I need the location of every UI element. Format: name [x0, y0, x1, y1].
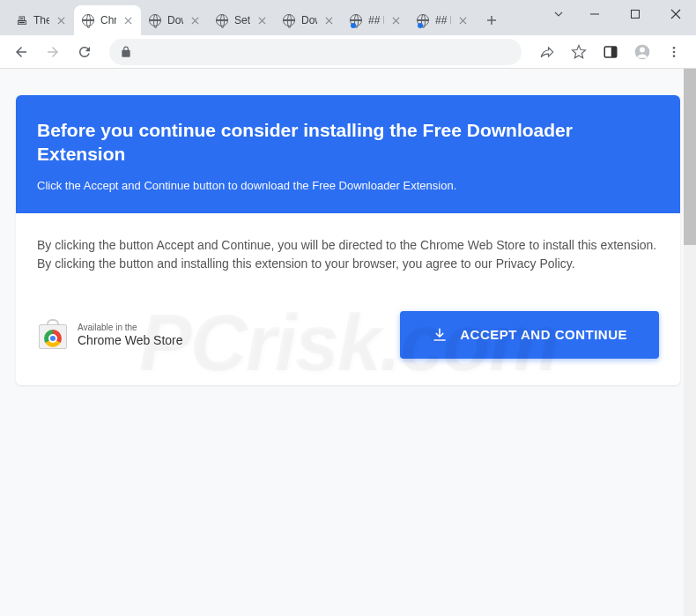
- minimize-icon: [589, 9, 600, 19]
- browser-toolbar: [0, 35, 696, 69]
- tab-label: Setu: [234, 14, 250, 26]
- svg-point-5: [640, 47, 645, 52]
- tab-label: ## P: [368, 14, 384, 26]
- webstore-text: Available in the Chrome Web Store: [78, 323, 183, 348]
- webstore-name-label: Chrome Web Store: [78, 333, 183, 348]
- share-icon: [539, 44, 555, 60]
- globe-icon: [282, 13, 296, 27]
- back-arrow-icon: [13, 44, 29, 60]
- close-window-button[interactable]: [655, 0, 696, 28]
- tab-4[interactable]: Dow: [275, 5, 342, 35]
- card-description: By clicking the button Accept and Contin…: [37, 236, 659, 274]
- tab-close-button[interactable]: [55, 14, 67, 26]
- tab-close-button[interactable]: [389, 14, 402, 26]
- side-panel-icon: [603, 44, 618, 60]
- card-body: By clicking the button Accept and Contin…: [16, 213, 680, 385]
- star-icon: [571, 44, 587, 60]
- tab-label: Chro: [100, 14, 116, 26]
- notification-dot-icon: [351, 23, 356, 28]
- accept-continue-button[interactable]: ACCEPT AND CONTINUE: [400, 311, 659, 359]
- profile-button[interactable]: [627, 37, 657, 67]
- tab-close-button[interactable]: [189, 14, 201, 26]
- svg-rect-1: [632, 11, 640, 19]
- globe-icon: [148, 13, 162, 27]
- svg-point-7: [673, 50, 676, 53]
- forward-button[interactable]: [39, 38, 67, 66]
- back-button[interactable]: [7, 38, 35, 66]
- svg-point-8: [673, 55, 676, 57]
- scrollbar-thumb[interactable]: [684, 69, 696, 245]
- share-button[interactable]: [532, 37, 562, 67]
- globe-icon: [81, 13, 95, 27]
- globe-icon: [215, 13, 229, 27]
- card-title: Before you continue consider installing …: [37, 118, 659, 167]
- address-bar[interactable]: [109, 39, 522, 65]
- scrollbar[interactable]: [684, 69, 696, 616]
- accept-button-label: ACCEPT AND CONTINUE: [460, 327, 627, 342]
- profile-icon: [633, 43, 651, 61]
- new-tab-button[interactable]: [479, 8, 504, 33]
- reload-button[interactable]: [70, 38, 99, 66]
- window-controls: [543, 0, 696, 28]
- chrome-webstore-icon: [37, 319, 69, 351]
- maximize-icon: [630, 9, 640, 19]
- chrome-webstore-badge: Available in the Chrome Web Store: [37, 319, 183, 351]
- webstore-available-label: Available in the: [78, 323, 183, 333]
- card-header: Before you continue consider installing …: [16, 95, 680, 213]
- tab-1[interactable]: Chro: [74, 5, 141, 35]
- tab-6[interactable]: ## P: [409, 5, 476, 35]
- card-actions: Available in the Chrome Web Store ACCEPT…: [37, 311, 659, 359]
- lock-icon: [120, 46, 132, 58]
- close-icon: [670, 9, 681, 19]
- toolbar-actions: [532, 37, 689, 67]
- page-content: PCrisk.com Before you continue consider …: [0, 69, 696, 616]
- notification-dot-icon: [418, 23, 423, 28]
- tab-0[interactable]: 🖶 The P: [7, 5, 74, 35]
- tab-close-button[interactable]: [122, 14, 134, 26]
- tab-close-button[interactable]: [322, 14, 335, 26]
- card-subtitle: Click the Accept and Continue button to …: [37, 179, 659, 192]
- tab-label: The P: [33, 14, 49, 26]
- window-dropdown-button[interactable]: [543, 0, 574, 28]
- minimize-button[interactable]: [574, 0, 615, 28]
- maximize-button[interactable]: [615, 0, 655, 28]
- menu-button[interactable]: [659, 37, 689, 67]
- tab-close-button[interactable]: [456, 14, 469, 26]
- forward-arrow-icon: [45, 44, 61, 60]
- tab-5[interactable]: ## P: [342, 5, 409, 35]
- tab-label: Dow: [301, 14, 317, 26]
- download-icon: [432, 327, 448, 343]
- bookmark-button[interactable]: [564, 37, 594, 67]
- chevron-down-icon: [553, 9, 564, 19]
- kebab-menu-icon: [667, 45, 681, 59]
- tab-label: ## P: [435, 14, 451, 26]
- svg-point-6: [673, 47, 676, 49]
- tab-close-button[interactable]: [255, 14, 268, 26]
- tab-label: Dow: [167, 14, 183, 26]
- svg-rect-3: [611, 47, 617, 57]
- reload-icon: [77, 44, 93, 60]
- plus-icon: [485, 14, 498, 26]
- install-prompt-card: Before you continue consider installing …: [16, 95, 680, 385]
- printer-icon: 🖶: [14, 13, 28, 27]
- tab-3[interactable]: Setu: [208, 5, 275, 35]
- tab-2[interactable]: Dow: [141, 5, 208, 35]
- side-panel-button[interactable]: [596, 37, 626, 67]
